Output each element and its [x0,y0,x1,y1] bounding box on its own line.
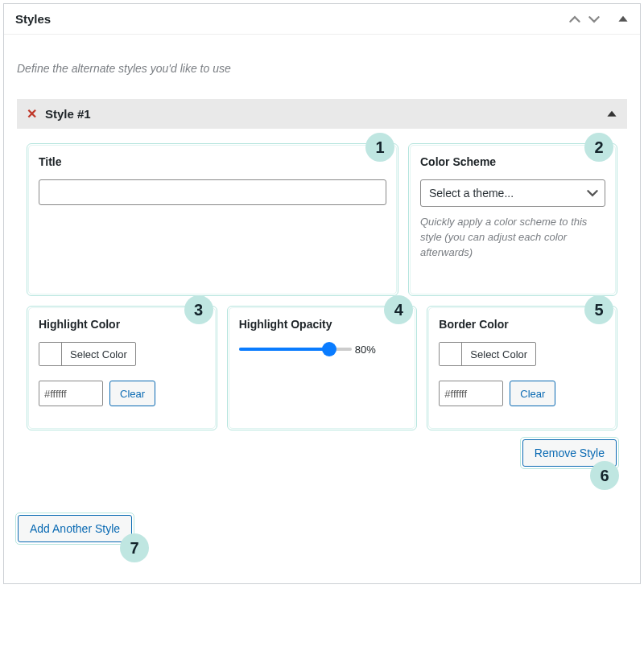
highlight-color-card: 3 Highlight Color Select Color Clear [27,306,217,430]
highlight-opacity-label: Highlight Opacity [239,318,406,331]
annotation-badge: 3 [184,295,213,324]
border-color-picker[interactable]: Select Color [439,342,536,366]
panel-title: Styles [15,12,51,26]
border-clear-button[interactable]: Clear [510,381,555,406]
color-scheme-placeholder: Select a theme... [429,187,514,200]
move-down-icon[interactable] [588,14,600,25]
annotation-badge: 4 [384,295,413,324]
highlight-color-picker[interactable]: Select Color [39,342,136,366]
opacity-value: 80% [355,344,376,356]
panel-header-controls [569,14,629,25]
title-label: Title [39,155,386,168]
select-color-label: Select Color [462,348,535,360]
highlight-color-label: Highlight Color [39,318,205,331]
title-input[interactable] [39,179,386,205]
border-color-swatch [440,343,462,365]
color-scheme-select[interactable]: Select a theme... [420,179,605,207]
remove-style-icon[interactable]: ✕ [27,106,37,121]
annotation-badge: 6 [590,461,619,490]
add-another-style-button[interactable]: Add Another Style [18,515,132,542]
opacity-slider-thumb[interactable] [322,342,336,356]
style-name: Style #1 [45,107,91,121]
panel-header: Styles [4,4,640,35]
highlight-hex-input[interactable] [39,381,103,406]
border-color-card: 5 Border Color Select Color Clear [427,306,617,430]
highlight-color-swatch [39,343,62,365]
annotation-badge: 1 [365,133,394,162]
select-color-label: Select Color [62,348,135,360]
style-body: 1 Title 2 Color Scheme Select a theme... [17,129,627,476]
style-block: ✕ Style #1 1 Title 2 Color Schem [17,99,627,476]
opacity-slider-fill [239,348,329,351]
style-header[interactable]: ✕ Style #1 [17,99,627,129]
opacity-slider[interactable] [239,342,352,356]
border-color-label: Border Color [439,318,605,331]
collapse-up-icon[interactable] [617,14,629,25]
title-card: 1 Title [27,143,398,296]
chevron-down-icon [587,187,598,199]
highlight-opacity-card: 4 Highlight Opacity 80% [227,306,418,430]
panel-body: Define the alternate styles you'd like t… [4,35,640,583]
annotation-badge: 7 [120,533,149,562]
border-hex-input[interactable] [439,381,503,406]
color-scheme-hint: Quickly apply a color scheme to this sty… [420,215,605,261]
annotation-badge: 2 [584,133,613,162]
color-scheme-card: 2 Color Scheme Select a theme... Quickly… [408,143,617,296]
styles-panel: Styles Define the alternate styles you'd… [3,3,641,584]
color-scheme-label: Color Scheme [420,155,605,168]
highlight-clear-button[interactable]: Clear [109,381,155,406]
collapse-style-icon[interactable] [606,109,617,120]
annotation-badge: 5 [584,295,613,324]
move-up-icon[interactable] [569,14,580,25]
panel-intro: Define the alternate styles you'd like t… [17,44,627,99]
